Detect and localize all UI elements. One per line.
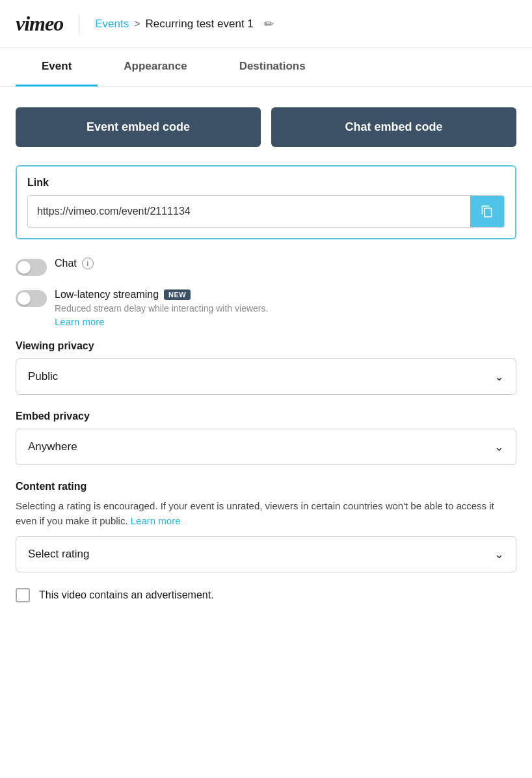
advertisement-row: This video contains an advertisement. xyxy=(16,588,516,602)
vimeo-logo: vimeo xyxy=(16,12,63,36)
copy-icon xyxy=(481,203,494,220)
embed-privacy-display[interactable]: Anywhere ⌄ xyxy=(16,429,516,464)
tab-bar: Event Appearance Destinations xyxy=(0,48,532,87)
tab-appearance[interactable]: Appearance xyxy=(98,48,213,87)
low-latency-label: Low-latency streaming NEW xyxy=(55,289,268,301)
chat-embed-button[interactable]: Chat embed code xyxy=(271,107,516,147)
chat-toggle[interactable] xyxy=(16,259,47,276)
main-content: Event embed code Chat embed code Link Ch… xyxy=(0,87,532,623)
embed-privacy-select[interactable]: Anywhere ⌄ xyxy=(16,429,516,465)
viewing-privacy-label: Viewing privacy xyxy=(16,340,516,352)
header-divider xyxy=(79,15,79,33)
chevron-down-icon: ⌄ xyxy=(494,369,504,384)
viewing-privacy-select[interactable]: Public ⌄ xyxy=(16,358,516,395)
content-rating-label: Content rating xyxy=(16,481,516,492)
embed-privacy-label: Embed privacy xyxy=(16,410,516,422)
advertisement-label: This video contains an advertisement. xyxy=(39,589,214,601)
advertisement-checkbox[interactable] xyxy=(16,588,30,602)
edit-icon[interactable]: ✏ xyxy=(264,17,274,31)
link-label: Link xyxy=(27,177,505,189)
link-input[interactable] xyxy=(28,198,470,225)
tab-destinations[interactable]: Destinations xyxy=(213,48,332,87)
content-rating-display[interactable]: Select rating ⌄ xyxy=(16,537,516,572)
content-rating-learn-more[interactable]: Learn more xyxy=(131,515,181,526)
low-latency-label-group: Low-latency streaming NEW Reduced stream… xyxy=(55,289,268,327)
chevron-down-icon: ⌄ xyxy=(494,547,504,561)
content-rating-section: Content rating Selecting a rating is enc… xyxy=(16,481,516,572)
content-rating-value: Select rating xyxy=(28,548,90,561)
link-input-row xyxy=(27,195,505,228)
link-section: Link xyxy=(16,165,516,239)
chat-toggle-row: Chat i xyxy=(16,258,516,276)
event-embed-button[interactable]: Event embed code xyxy=(16,107,261,147)
copy-link-button[interactable] xyxy=(470,196,504,227)
chat-label-group: Chat i xyxy=(55,258,94,269)
low-latency-toggle[interactable] xyxy=(16,290,47,307)
low-latency-learn-more[interactable]: Learn more xyxy=(55,316,268,327)
breadcrumb: Events > Recurring test event 1 ✏ xyxy=(95,17,274,31)
new-badge: NEW xyxy=(164,289,191,300)
low-latency-label-text: Low-latency streaming xyxy=(55,289,159,301)
low-latency-toggle-row: Low-latency streaming NEW Reduced stream… xyxy=(16,289,516,327)
viewing-privacy-value: Public xyxy=(28,370,58,383)
chevron-down-icon: ⌄ xyxy=(494,440,504,454)
content-rating-desc-text: Selecting a rating is encouraged. If you… xyxy=(16,500,494,526)
chat-info-icon[interactable]: i xyxy=(82,258,94,269)
viewing-privacy-section: Viewing privacy Public ⌄ xyxy=(16,340,516,395)
breadcrumb-events-link[interactable]: Events xyxy=(95,18,129,31)
content-rating-select[interactable]: Select rating ⌄ xyxy=(16,536,516,572)
embed-buttons-row: Event embed code Chat embed code xyxy=(16,107,516,147)
chat-label-text: Chat xyxy=(55,258,77,269)
embed-privacy-value: Anywhere xyxy=(28,440,77,453)
page-header: vimeo Events > Recurring test event 1 ✏ xyxy=(0,0,532,48)
breadcrumb-event-name: Recurring test event 1 xyxy=(146,18,254,31)
content-rating-description: Selecting a rating is encouraged. If you… xyxy=(16,499,516,528)
low-latency-sublabel: Reduced stream delay while interacting w… xyxy=(55,303,268,314)
embed-privacy-section: Embed privacy Anywhere ⌄ xyxy=(16,410,516,465)
chat-label: Chat i xyxy=(55,258,94,269)
breadcrumb-separator: > xyxy=(134,18,140,30)
viewing-privacy-display[interactable]: Public ⌄ xyxy=(16,359,516,394)
tab-event[interactable]: Event xyxy=(16,48,98,87)
